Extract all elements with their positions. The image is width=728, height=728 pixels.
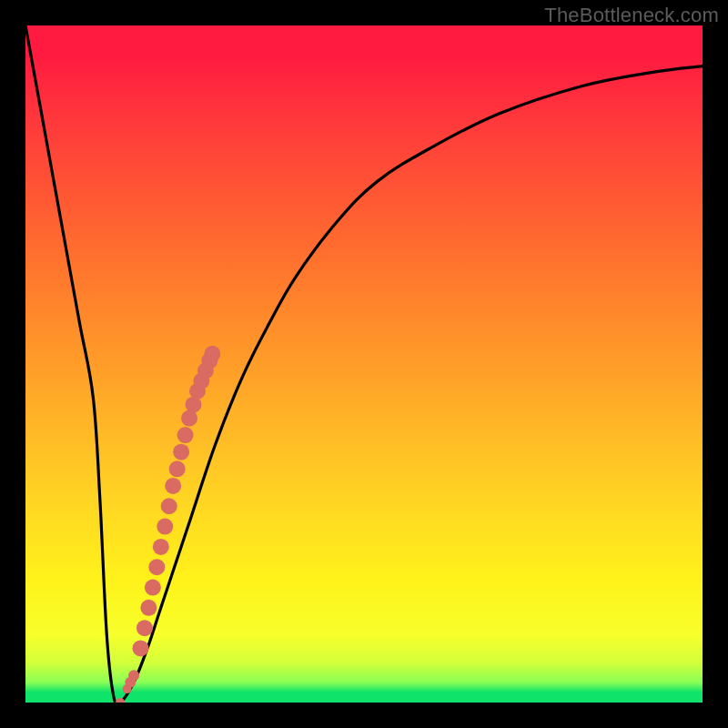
bottleneck-curve bbox=[25, 25, 703, 703]
marker-dot bbox=[173, 444, 189, 460]
marker-dot bbox=[157, 519, 173, 535]
plot-area bbox=[25, 25, 703, 703]
marker-dot bbox=[148, 559, 165, 575]
chart-frame: TheBottleneck.com bbox=[0, 0, 728, 728]
curve-layer bbox=[25, 25, 703, 703]
watermark-text: TheBottleneck.com bbox=[544, 4, 719, 27]
marker-dot bbox=[177, 427, 194, 443]
marker-dot bbox=[165, 478, 181, 494]
highlight-dots bbox=[116, 346, 220, 703]
marker-dot bbox=[128, 670, 139, 681]
marker-dot bbox=[132, 640, 148, 656]
marker-dot bbox=[153, 539, 169, 555]
marker-dot bbox=[204, 346, 220, 362]
marker-dot bbox=[136, 620, 153, 636]
marker-dot bbox=[169, 460, 186, 477]
marker-dot bbox=[161, 498, 177, 514]
marker-dot bbox=[140, 600, 157, 616]
marker-dot bbox=[145, 580, 161, 596]
